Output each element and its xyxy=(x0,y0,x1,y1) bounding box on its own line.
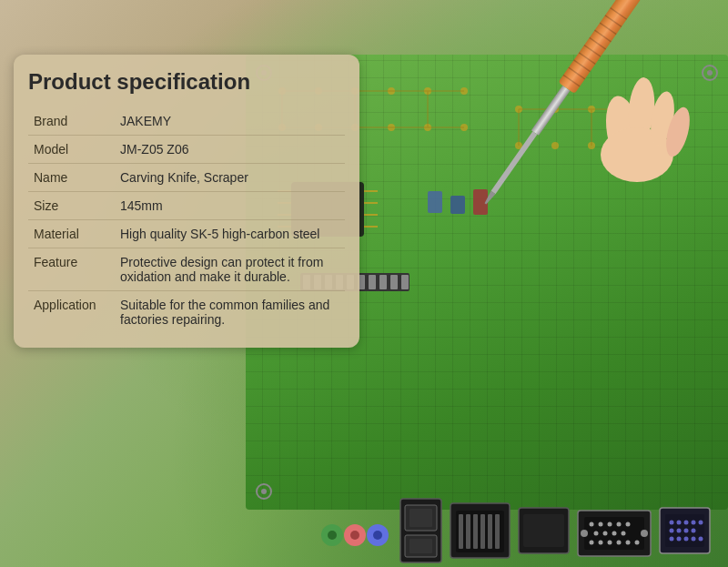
svg-rect-90 xyxy=(466,514,470,549)
svg-rect-94 xyxy=(495,514,500,549)
svg-point-121 xyxy=(692,521,696,525)
svg-rect-96 xyxy=(523,514,564,547)
svg-point-120 xyxy=(684,521,689,525)
spec-value: 145mm xyxy=(115,192,345,220)
table-row: Name Carving Knife, Scraper xyxy=(28,164,345,192)
svg-point-119 xyxy=(677,521,682,525)
svg-point-45 xyxy=(261,489,267,494)
table-row: FeatureProtective design can protect it … xyxy=(28,248,345,291)
svg-rect-92 xyxy=(480,514,485,549)
svg-point-125 xyxy=(684,529,689,533)
spec-label: Model xyxy=(28,136,115,164)
svg-point-109 xyxy=(599,541,603,545)
spec-value: Carving Knife, Scraper xyxy=(115,164,345,192)
svg-point-102 xyxy=(617,522,622,527)
spec-label: Material xyxy=(28,220,115,248)
svg-point-127 xyxy=(670,537,674,542)
svg-point-130 xyxy=(692,537,696,542)
spec-value: Protective design can protect it from ox… xyxy=(115,248,345,291)
svg-point-126 xyxy=(692,529,696,533)
svg-rect-93 xyxy=(488,514,492,549)
svg-point-129 xyxy=(684,537,689,542)
spec-title: Product specification xyxy=(28,69,345,95)
svg-rect-89 xyxy=(459,514,463,549)
svg-point-122 xyxy=(699,521,703,525)
svg-point-100 xyxy=(599,522,603,527)
hand-screwdriver-svg xyxy=(419,0,728,291)
svg-point-128 xyxy=(677,537,682,542)
svg-point-99 xyxy=(590,522,594,527)
spec-value: High quality SK-5 high-carbon steel xyxy=(115,220,345,248)
spec-card: Product specification BrandJAKEMYModelJM… xyxy=(14,55,359,348)
spec-label: Size xyxy=(28,192,115,220)
svg-rect-91 xyxy=(473,514,478,549)
spec-label: Name xyxy=(28,164,115,192)
spec-value: Suitable for the common families and fac… xyxy=(115,291,345,334)
svg-point-111 xyxy=(617,541,622,545)
svg-point-123 xyxy=(670,529,674,533)
svg-point-81 xyxy=(373,531,382,540)
svg-rect-86 xyxy=(410,539,432,553)
spec-label: Brand xyxy=(28,107,115,136)
spec-value: JM-Z05 Z06 xyxy=(115,136,345,164)
svg-point-104 xyxy=(594,532,599,536)
svg-point-131 xyxy=(699,537,703,542)
svg-point-110 xyxy=(608,541,612,545)
svg-point-113 xyxy=(635,541,640,545)
svg-point-115 xyxy=(641,530,648,537)
svg-rect-56 xyxy=(401,275,409,289)
svg-rect-53 xyxy=(369,275,376,289)
svg-point-112 xyxy=(626,541,631,545)
svg-point-103 xyxy=(626,522,631,527)
spec-table: BrandJAKEMYModelJM-Z05 Z06Name Carving K… xyxy=(28,107,345,333)
svg-point-106 xyxy=(612,532,617,536)
table-row: BrandJAKEMY xyxy=(28,107,345,136)
table-row: ApplicationSuitable for the common famil… xyxy=(28,291,345,334)
svg-point-108 xyxy=(590,541,594,545)
spec-label: Feature xyxy=(28,248,115,291)
svg-marker-70 xyxy=(483,191,496,206)
table-row: ModelJM-Z05 Z06 xyxy=(28,136,345,164)
svg-point-101 xyxy=(608,522,612,527)
svg-point-107 xyxy=(622,532,626,536)
svg-rect-85 xyxy=(410,509,432,527)
ports-svg xyxy=(309,449,719,567)
spec-value: JAKEMY xyxy=(115,107,345,136)
svg-point-77 xyxy=(328,531,337,540)
svg-rect-54 xyxy=(379,275,387,289)
svg-point-114 xyxy=(581,530,588,537)
table-row: MaterialHigh quality SK-5 high-carbon st… xyxy=(28,220,345,248)
spec-label: Application xyxy=(28,291,115,334)
svg-point-105 xyxy=(603,532,608,536)
svg-point-118 xyxy=(670,521,674,525)
table-row: Size145mm xyxy=(28,192,345,220)
svg-point-79 xyxy=(350,531,359,540)
svg-point-124 xyxy=(677,529,682,533)
svg-rect-69 xyxy=(491,131,538,194)
svg-rect-55 xyxy=(390,275,398,289)
svg-rect-68 xyxy=(531,86,571,136)
